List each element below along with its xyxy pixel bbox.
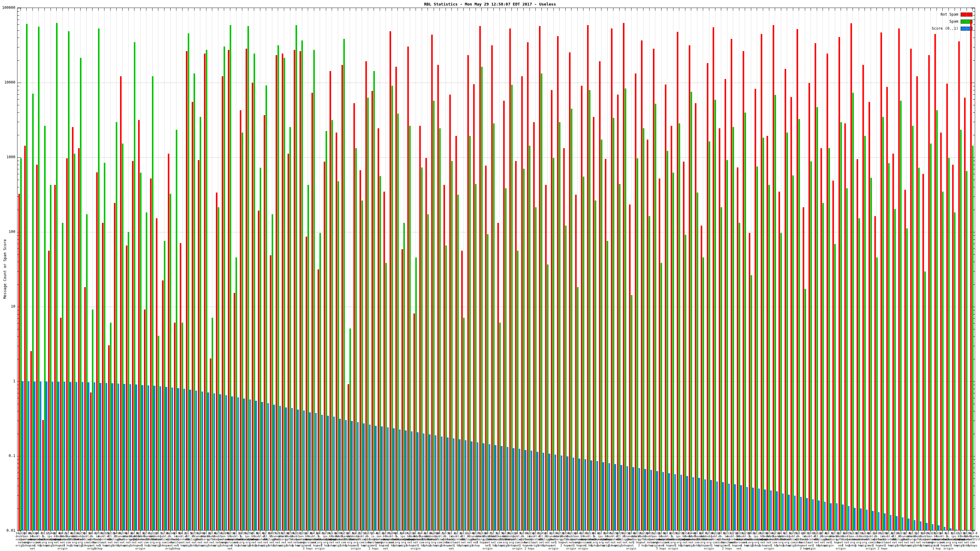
bar-spam	[637, 158, 638, 530]
bar-spam	[523, 169, 525, 530]
y-tick-minor-left	[18, 99, 19, 100]
bar-spam	[948, 158, 950, 530]
bar-not-spam	[114, 203, 115, 530]
x-tick-top	[595, 8, 596, 11]
bar-score	[542, 453, 544, 530]
bar-not-spam	[928, 55, 930, 530]
bar-spam	[679, 123, 680, 530]
x-tick-top	[218, 8, 218, 11]
bar-score	[483, 443, 485, 530]
bar-score	[932, 524, 934, 530]
bar-score	[656, 471, 658, 530]
bar-score	[692, 477, 694, 530]
bar-score	[734, 484, 736, 530]
x-tick-top	[817, 8, 817, 11]
bar-score	[327, 416, 329, 530]
y-tick-minor-right	[973, 15, 975, 16]
bar-score	[752, 487, 754, 530]
bar-not-spam	[407, 46, 409, 530]
bar-score	[70, 382, 72, 530]
bar-score	[620, 465, 622, 530]
bar-score	[261, 402, 263, 530]
bar-score	[818, 500, 820, 530]
bar-spam	[685, 235, 686, 530]
bar-not-spam	[294, 50, 295, 530]
x-tick-top	[733, 8, 733, 11]
bar-not-spam	[42, 420, 44, 530]
bar-not-spam	[892, 154, 894, 530]
x-tick-top	[248, 8, 248, 11]
x-tick-top	[894, 8, 895, 11]
bar-score	[968, 530, 970, 530]
y-axis-label: Message Count or Spam Score	[3, 8, 7, 530]
bar-score	[758, 489, 760, 530]
y-tick-minor-right	[973, 105, 975, 105]
bar-spam	[625, 89, 626, 530]
bar-not-spam	[659, 178, 660, 530]
bar-not-spam	[713, 27, 714, 530]
x-tick-top	[577, 8, 578, 11]
bar-spam	[403, 223, 405, 530]
x-tick-top	[505, 8, 506, 11]
bar-score	[273, 405, 275, 530]
bar-not-spam	[54, 185, 56, 530]
bar-not-spam	[90, 392, 92, 530]
bar-score	[82, 382, 84, 530]
bar-spam	[888, 163, 890, 530]
bar-spam	[900, 101, 902, 530]
bar-spam	[146, 213, 147, 530]
x-tick-top	[859, 8, 859, 11]
bar-score	[135, 384, 137, 530]
bar-score	[878, 512, 880, 530]
x-tick-top	[56, 8, 57, 11]
bar-spam	[296, 25, 297, 530]
bar-spam	[643, 128, 644, 530]
bar-score	[255, 401, 257, 530]
bar-score	[189, 390, 191, 530]
bar-score	[417, 432, 418, 530]
bar-score	[429, 434, 431, 530]
bar-not-spam	[414, 313, 415, 530]
y-tick-minor-right	[973, 38, 975, 38]
bar-score	[914, 520, 916, 530]
bar-score	[566, 456, 568, 530]
bar-spam	[493, 123, 495, 530]
bar-not-spam	[857, 159, 858, 530]
bar-spam	[924, 272, 926, 530]
bar-score	[884, 513, 886, 530]
bar-score	[662, 472, 664, 530]
bar-spam	[92, 310, 94, 530]
bar-not-spam	[174, 322, 175, 530]
bar-not-spam	[539, 26, 541, 530]
bar-not-spam	[138, 120, 140, 530]
x-tick-top	[338, 8, 338, 11]
x-tick-top	[158, 8, 158, 11]
bar-score	[513, 448, 514, 530]
x-tick-top	[380, 8, 380, 11]
bar-not-spam	[719, 128, 720, 530]
bar-not-spam	[365, 61, 367, 530]
bar-score	[531, 451, 533, 530]
bar-not-spam	[587, 25, 589, 530]
bar-not-spam	[425, 158, 427, 530]
bar-score	[57, 382, 59, 530]
bar-spam	[307, 185, 309, 530]
bar-spam	[775, 95, 776, 530]
x-tick-top	[841, 8, 841, 11]
x-tick-top	[685, 8, 686, 11]
x-tick-top	[122, 8, 123, 11]
bar-spam	[355, 148, 357, 530]
bar-spam	[565, 225, 566, 530]
bar-not-spam	[48, 251, 49, 530]
bar-spam	[62, 223, 64, 530]
bar-spam	[230, 25, 231, 530]
bar-score	[842, 505, 844, 530]
legend-label-score: Score (0..1)	[932, 26, 958, 30]
x-tick-top	[212, 8, 212, 11]
bar-spam	[38, 27, 40, 530]
bar-score	[357, 422, 359, 530]
y-gridline	[18, 232, 975, 232]
x-tick-top	[835, 8, 835, 11]
bar-score	[267, 403, 269, 530]
bar-spam	[20, 158, 22, 530]
